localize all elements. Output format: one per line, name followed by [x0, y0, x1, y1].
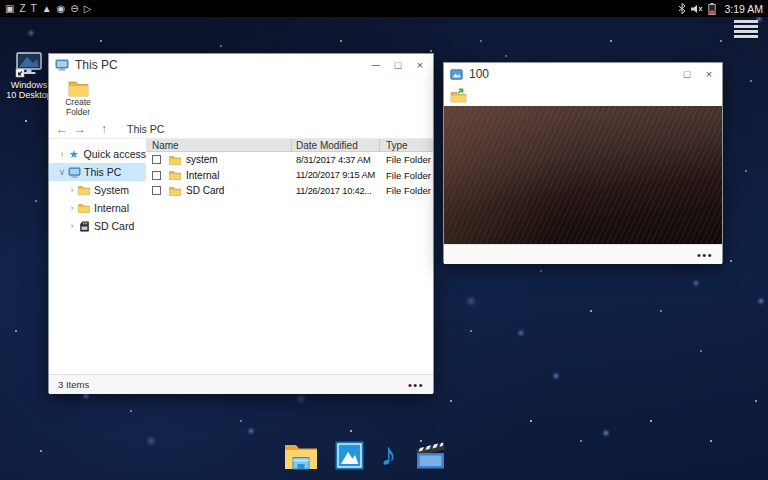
data-usage-icon: ◉: [57, 0, 66, 17]
overflow-menu-button[interactable]: •••: [408, 379, 424, 391]
sidebar-item-internal[interactable]: › Internal: [49, 199, 146, 217]
folder-icon: [77, 203, 91, 213]
sidebar-item-label: SD Card: [94, 220, 134, 232]
viewer-toolbar: [444, 85, 722, 106]
file-type: File Folder: [380, 154, 433, 165]
close-button[interactable]: ×: [409, 55, 431, 75]
address-breadcrumb[interactable]: This PC: [127, 123, 164, 135]
file-row-system[interactable]: system 8/31/2017 4:37 AM File Folder: [146, 152, 433, 168]
chevron-right-icon[interactable]: ›: [67, 221, 77, 231]
column-header-name[interactable]: Name: [146, 139, 292, 151]
dock-movies-button[interactable]: [414, 440, 447, 470]
nav-forward-button[interactable]: →: [71, 122, 89, 136]
chevron-down-icon[interactable]: ∨: [57, 167, 67, 177]
folder-icon: [169, 170, 181, 180]
minimize-button[interactable]: ─: [365, 55, 387, 75]
quick-access-star-icon: ★: [67, 149, 81, 160]
chevron-right-icon[interactable]: ›: [57, 149, 67, 159]
explorer-sidebar: › ★ Quick access ∨ This PC: [49, 139, 146, 374]
dock-photos-button[interactable]: [335, 441, 364, 470]
sidebar-item-this-pc[interactable]: ∨ This PC: [49, 163, 146, 181]
open-folder-icon[interactable]: [450, 88, 468, 103]
explorer-navbar: ← → ↑ This PC: [49, 119, 433, 139]
sidebar-item-sd-card[interactable]: › SD Card: [49, 217, 146, 235]
file-type: File Folder: [380, 185, 433, 196]
desktop-shortcut-label: Windows 10 Desktop: [5, 80, 53, 101]
dock-music-button[interactable]: ♪: [381, 438, 397, 472]
battery-icon: [708, 3, 716, 15]
movies-clapper-icon: [414, 440, 447, 470]
file-explorer-icon: [284, 441, 318, 470]
photo-icon: [450, 69, 463, 80]
android-status-bar: ▣ Z T ▲ ◉ ⊖ ▷ 3:19 AM: [0, 0, 768, 17]
desktop-shortcut-windows10[interactable]: Windows 10 Desktop: [5, 52, 53, 101]
overflow-menu-button[interactable]: •••: [697, 249, 713, 261]
create-folder-label: Create Folder: [57, 98, 99, 118]
chevron-right-icon[interactable]: ›: [67, 203, 77, 213]
sidebar-item-label: System: [94, 184, 129, 196]
monitor-icon: [15, 52, 43, 78]
folder-icon: [169, 186, 181, 196]
new-folder-icon: [67, 79, 90, 97]
sidebar-item-label: This PC: [84, 166, 121, 178]
explorer-window: This PC ─ □ × Create Folder ← → ↑ This P…: [48, 53, 434, 393]
chevron-right-icon[interactable]: ›: [67, 185, 77, 195]
sidebar-item-label: Internal: [94, 202, 129, 214]
sidebar-item-label: Quick access: [84, 148, 146, 160]
window-title: This PC: [75, 58, 365, 72]
file-name: Internal: [186, 170, 219, 181]
clock-app-icon: T: [31, 0, 37, 17]
row-checkbox[interactable]: [152, 171, 161, 180]
file-list: Name Date Modified Type system: [146, 139, 433, 374]
file-date-modified: 8/31/2017 4:37 AM: [292, 155, 380, 165]
file-name: system: [186, 154, 218, 165]
folder-icon: [77, 185, 91, 195]
file-row-sd-card[interactable]: SD Card 11/26/2017 10:42... File Folder: [146, 183, 433, 199]
file-date-modified: 11/20/2017 9:15 AM: [292, 170, 380, 180]
sidebar-item-system[interactable]: › System: [49, 181, 146, 199]
dock-file-explorer-button[interactable]: [284, 441, 318, 470]
sidebar-item-quick-access[interactable]: › ★ Quick access: [49, 145, 146, 163]
explorer-toolbar: Create Folder: [49, 76, 433, 119]
explorer-statusbar: 3 Items •••: [49, 374, 433, 394]
notification-app-icon: ▣: [5, 0, 14, 17]
item-count: 3 Items: [58, 379, 89, 390]
desktop: ▣ Z T ▲ ◉ ⊖ ▷ 3:19 AM: [0, 0, 768, 480]
nav-back-button[interactable]: ←: [53, 122, 71, 136]
dock: ♪: [284, 438, 447, 472]
column-header-type[interactable]: Type: [380, 139, 433, 151]
maximize-button[interactable]: □: [387, 55, 409, 75]
list-column-headers: Name Date Modified Type: [146, 139, 433, 152]
status-clock: 3:19 AM: [724, 3, 763, 15]
menu-hamburger-button[interactable]: [734, 20, 758, 37]
this-pc-icon: [67, 167, 81, 178]
fur-photo: [444, 106, 722, 244]
create-folder-button[interactable]: Create Folder: [57, 79, 99, 118]
image-viewer-window: 100 □ × •••: [443, 62, 723, 263]
close-button[interactable]: ×: [698, 64, 720, 84]
this-pc-icon: [55, 59, 69, 71]
music-note-icon: ♪: [381, 438, 397, 472]
bluetooth-icon: [678, 3, 686, 14]
nav-up-button[interactable]: ↑: [95, 122, 113, 136]
file-date-modified: 11/26/2017 10:42...: [292, 186, 380, 196]
row-checkbox[interactable]: [152, 155, 161, 164]
row-checkbox[interactable]: [152, 186, 161, 195]
sd-card-icon: [77, 221, 91, 232]
file-row-internal[interactable]: Internal 11/20/2017 9:15 AM File Folder: [146, 168, 433, 184]
play-icon: ▷: [84, 0, 92, 17]
explorer-titlebar[interactable]: This PC ─ □ ×: [49, 54, 433, 76]
file-name: SD Card: [186, 185, 224, 196]
maximize-button[interactable]: □: [676, 64, 698, 84]
mute-icon: [691, 4, 703, 14]
folder-icon: [169, 155, 181, 165]
zapya-icon: Z: [19, 0, 25, 17]
viewer-statusbar: •••: [444, 244, 722, 264]
column-header-date-modified[interactable]: Date Modified: [292, 139, 380, 151]
warning-icon: ▲: [42, 0, 52, 17]
file-type: File Folder: [380, 170, 433, 181]
photos-icon: [335, 441, 364, 470]
window-title: 100: [469, 67, 676, 81]
do-not-disturb-icon: ⊖: [70, 0, 78, 17]
viewer-titlebar[interactable]: 100 □ ×: [444, 63, 722, 85]
